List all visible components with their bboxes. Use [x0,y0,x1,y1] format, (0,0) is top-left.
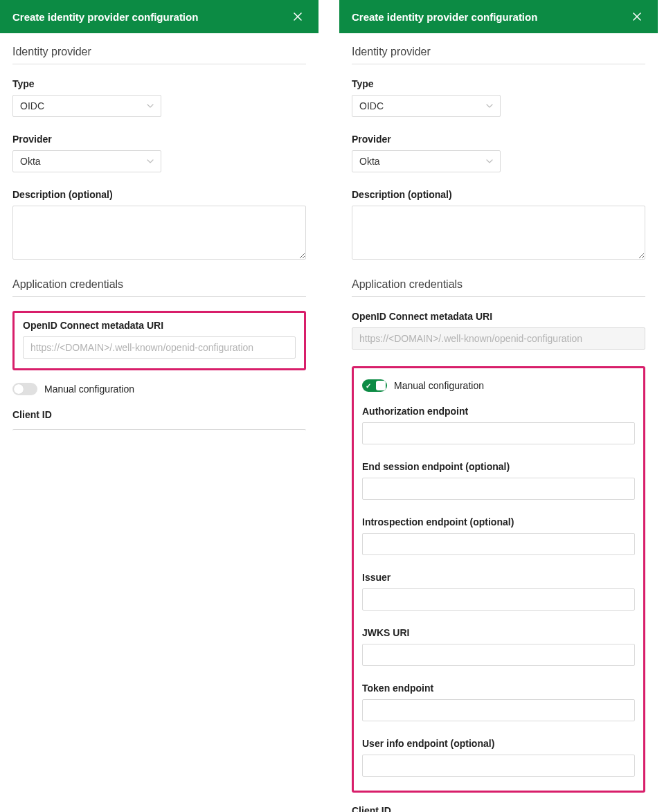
end-session-input[interactable] [362,478,635,500]
manual-config-toggle[interactable]: ✓ [362,379,387,392]
manual-config-toggle[interactable] [12,383,37,395]
header-title: Create identity provider configuration [352,11,537,23]
chevron-down-icon [147,158,154,165]
token-label: Token endpoint [362,683,635,694]
manual-config-label: Manual configuration [394,380,484,391]
userinfo-input[interactable] [362,755,635,777]
provider-select[interactable]: Okta [12,150,161,172]
provider-value: Okta [20,156,41,167]
type-value: OIDC [359,100,384,111]
manual-config-label: Manual configuration [44,384,134,395]
section-identity-provider: Identity provider [352,46,645,64]
introspection-input[interactable] [362,533,635,555]
chevron-down-icon [486,102,493,109]
client-id-label: Client ID [352,805,645,812]
type-select[interactable]: OIDC [352,95,501,117]
issuer-label: Issuer [362,572,635,583]
type-value: OIDC [20,100,44,111]
description-label: Description (optional) [12,189,306,200]
highlight-openid: OpenID Connect metadata URI [12,311,306,370]
userinfo-label: User info endpoint (optional) [362,738,635,749]
client-id-label: Client ID [12,409,306,420]
issuer-input[interactable] [362,588,635,611]
auth-endpoint-label: Authorization endpoint [362,406,635,417]
introspection-label: Introspection endpoint (optional) [362,516,635,527]
jwks-input[interactable] [362,644,635,666]
token-input[interactable] [362,699,635,721]
type-label: Type [12,78,306,89]
description-textarea[interactable] [12,206,306,260]
panel-right: Create identity provider configuration I… [339,0,658,812]
client-id-input[interactable] [12,429,306,433]
openid-input [352,327,645,350]
jwks-label: JWKS URI [362,627,635,638]
provider-value: Okta [359,156,380,167]
panel-left: Create identity provider configuration I… [0,0,318,812]
section-identity-provider: Identity provider [12,46,306,64]
highlight-manual: ✓ Manual configuration Authorization end… [352,366,645,793]
header-title: Create identity provider configuration [12,11,198,23]
openid-label: OpenID Connect metadata URI [23,320,296,331]
openid-input[interactable] [23,336,296,359]
openid-label: OpenID Connect metadata URI [352,311,645,322]
chevron-down-icon [486,158,493,165]
provider-label: Provider [352,134,645,145]
auth-endpoint-input[interactable] [362,422,635,444]
provider-label: Provider [12,134,306,145]
section-application-credentials: Application credentials [12,278,306,297]
section-application-credentials: Application credentials [352,278,645,297]
chevron-down-icon [147,102,154,109]
type-select[interactable]: OIDC [12,95,161,117]
close-icon[interactable] [289,8,306,25]
close-icon[interactable] [629,8,645,25]
end-session-label: End session endpoint (optional) [362,461,635,472]
description-textarea[interactable] [352,206,645,260]
provider-select[interactable]: Okta [352,150,501,172]
type-label: Type [352,78,645,89]
description-label: Description (optional) [352,189,645,200]
panel-header: Create identity provider configuration [0,0,318,33]
panel-header: Create identity provider configuration [339,0,658,33]
